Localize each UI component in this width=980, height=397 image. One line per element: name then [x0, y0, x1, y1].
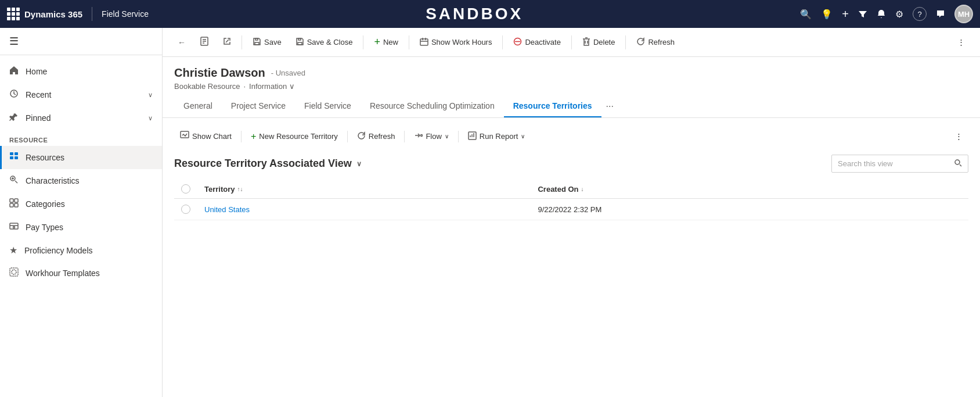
- top-nav-icons: 🔍 💡 + ⚙ ? MH: [800, 5, 973, 23]
- territory-column-header[interactable]: Territory ↑↓: [197, 180, 531, 199]
- entity-type: Bookable Resource: [174, 82, 240, 91]
- sidebar: ☰ Home Recent ∨ Pinned ∨: [0, 28, 163, 397]
- tab-field-service[interactable]: Field Service: [295, 95, 361, 117]
- table-row: United States 9/22/2022 2:32 PM: [174, 199, 968, 220]
- svg-rect-9: [15, 203, 18, 207]
- sidebar-item-home[interactable]: Home: [0, 60, 162, 83]
- nav-divider: [92, 7, 92, 21]
- grid-icon: [7, 8, 20, 20]
- run-report-button[interactable]: Run Report ∨: [462, 128, 531, 145]
- created-on-sort[interactable]: Created On ↓: [538, 185, 961, 194]
- row-select-checkbox[interactable]: [181, 205, 190, 214]
- tab-general[interactable]: General: [174, 95, 222, 117]
- created-on-column-header[interactable]: Created On ↓: [531, 180, 968, 199]
- sidebar-item-pinned[interactable]: Pinned ∨: [0, 106, 162, 130]
- save-close-button[interactable]: Save & Close: [290, 34, 359, 51]
- sub-sep-4: [458, 131, 459, 142]
- show-chart-button[interactable]: Show Chart: [174, 127, 237, 145]
- tab-resource-territories[interactable]: Resource Territories: [504, 95, 601, 117]
- lightbulb-button[interactable]: 💡: [821, 9, 833, 20]
- show-work-hours-label: Show Work Hours: [431, 38, 492, 47]
- notifications-button[interactable]: [877, 9, 886, 19]
- resource-section-label: Resource: [0, 130, 162, 146]
- view-selector[interactable]: Information ∨: [249, 82, 295, 91]
- sidebar-item-proficiency-models[interactable]: ★ Proficiency Models: [0, 239, 162, 262]
- refresh-button[interactable]: Refresh: [630, 34, 680, 51]
- delete-button[interactable]: Delete: [577, 34, 621, 51]
- new-button[interactable]: + New: [368, 33, 404, 52]
- back-button[interactable]: ←: [172, 34, 192, 51]
- tab-rso[interactable]: Resource Scheduling Optimization: [361, 95, 504, 117]
- show-work-hours-button[interactable]: Show Work Hours: [414, 34, 498, 51]
- categories-icon: [9, 198, 19, 210]
- open-new-icon: [223, 37, 231, 47]
- sub-more-icon: ⋮: [955, 132, 963, 141]
- recent-chevron-icon: ∨: [148, 91, 153, 99]
- sidebar-item-pay-types-label: Pay Types: [26, 223, 63, 232]
- save-button[interactable]: Save: [247, 34, 287, 51]
- sidebar-item-resources[interactable]: Resources: [0, 146, 162, 169]
- app-name: Dynamics 365: [24, 9, 82, 19]
- sidebar-item-characteristics[interactable]: Characteristics: [0, 169, 162, 192]
- refresh-icon: [636, 37, 645, 48]
- sub-more-button[interactable]: ⋮: [949, 128, 968, 144]
- run-report-icon: [468, 131, 477, 142]
- new-resource-territory-button[interactable]: + New Resource Territory: [245, 128, 344, 145]
- sidebar-item-categories[interactable]: Categories: [0, 192, 162, 216]
- flow-button[interactable]: Flow ∨: [408, 128, 454, 145]
- svg-point-27: [955, 160, 960, 164]
- tabs-more-button[interactable]: ···: [601, 95, 618, 117]
- run-report-chevron-icon: ∨: [521, 133, 525, 140]
- app-grid-button[interactable]: [7, 8, 20, 20]
- territory-sort[interactable]: Territory ↑↓: [204, 185, 524, 194]
- view-chevron-icon: ∨: [289, 82, 295, 91]
- separator-6: [625, 35, 626, 49]
- user-avatar[interactable]: MH: [954, 5, 973, 23]
- svg-rect-6: [10, 199, 13, 202]
- save-icon: [253, 37, 261, 48]
- sidebar-item-categories-label: Categories: [26, 199, 65, 209]
- search-button[interactable]: 🔍: [800, 9, 812, 20]
- tab-project-service[interactable]: Project Service: [222, 95, 295, 117]
- svg-rect-16: [255, 38, 258, 40]
- chart-icon: [180, 131, 189, 142]
- view-header: Resource Territory Associated View ∨: [174, 155, 968, 173]
- territory-sort-icons: ↑↓: [237, 186, 243, 192]
- deactivate-button[interactable]: Deactivate: [507, 34, 566, 51]
- svg-rect-4: [15, 156, 18, 159]
- sidebar-item-pay-types[interactable]: Pay Types: [0, 216, 162, 239]
- filter-button[interactable]: [858, 9, 867, 19]
- home-icon: [9, 66, 19, 77]
- svg-rect-7: [15, 199, 18, 202]
- sidebar-item-workhour-templates[interactable]: Workhour Templates: [0, 262, 162, 285]
- toolbar-more-button[interactable]: ⋮: [952, 34, 971, 50]
- more-vertical-icon: ⋮: [957, 38, 965, 47]
- settings-button[interactable]: ⚙: [895, 9, 903, 20]
- add-button[interactable]: +: [842, 8, 849, 21]
- svg-point-11: [13, 227, 15, 228]
- subtitle-dot: ·: [243, 82, 246, 91]
- new-label: New: [383, 38, 398, 47]
- module-label: Field Service: [102, 9, 149, 19]
- sub-sep-2: [347, 131, 348, 142]
- svg-rect-12: [10, 268, 18, 276]
- select-all-checkbox[interactable]: [181, 184, 190, 194]
- territory-label: Territory: [204, 185, 235, 194]
- sub-refresh-button[interactable]: Refresh: [351, 128, 401, 145]
- sidebar-item-recent[interactable]: Recent ∨: [0, 83, 162, 106]
- run-report-label: Run Report: [480, 132, 518, 141]
- search-icon[interactable]: [948, 155, 968, 172]
- new-icon: +: [374, 36, 380, 48]
- open-in-new-button[interactable]: [217, 34, 237, 51]
- svg-point-13: [12, 270, 16, 274]
- territory-link[interactable]: United States: [204, 205, 250, 214]
- sub-toolbar: Show Chart + New Resource Territory Refr…: [174, 127, 968, 145]
- chat-button[interactable]: [936, 9, 945, 19]
- search-input[interactable]: [832, 156, 948, 171]
- record-subtitle: Bookable Resource · Information ∨: [174, 82, 968, 91]
- hamburger-button[interactable]: ☰: [9, 35, 19, 48]
- record-icon-button[interactable]: [194, 33, 215, 51]
- view-title[interactable]: Resource Territory Associated View ∨: [174, 158, 362, 170]
- sub-sep-3: [404, 131, 405, 142]
- help-button[interactable]: ?: [913, 7, 927, 21]
